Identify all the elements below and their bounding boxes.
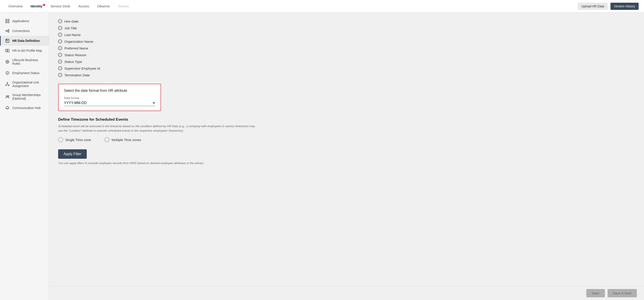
- nav-item-identity[interactable]: Identity: [28, 3, 46, 10]
- radio-multiple-timezones[interactable]: Multiple Time zones: [104, 137, 141, 142]
- svg-line-8: [7, 31, 8, 32]
- svg-point-16: [6, 60, 9, 63]
- sidebar-item-employment-status[interactable]: Employment Status: [0, 68, 49, 78]
- apply-filter-section: Apply Filter You can apply filters to ex…: [58, 149, 635, 165]
- sidebar-item-connections[interactable]: Connections: [0, 26, 49, 36]
- filter-note: You can apply filters to exclude employe…: [58, 161, 635, 165]
- notification-dot: [43, 4, 45, 6]
- svg-point-4: [6, 31, 7, 32]
- list-item: Status Type: [58, 58, 635, 65]
- list-item: Hire Date: [58, 18, 635, 25]
- version-history-button[interactable]: Version History: [610, 3, 639, 10]
- timezone-section: Define Timezone for Scheduled Events Sch…: [58, 117, 635, 142]
- svg-point-26: [8, 96, 9, 97]
- hr-data-icon: [5, 39, 10, 43]
- nav-item-observe[interactable]: Observe: [94, 3, 113, 10]
- nav-item-access[interactable]: Access: [75, 3, 92, 10]
- profile-map-icon: [5, 48, 10, 53]
- nav-actions: Upload HR Data Version History: [578, 3, 639, 10]
- sidebar-item-hr-to-ad-profile-map[interactable]: HR to AD Profile Map: [0, 46, 49, 56]
- nav-item-review: Review: [115, 3, 132, 10]
- date-format-dropdown[interactable]: YYYY-MM-DD: [64, 101, 155, 106]
- svg-line-23: [6, 84, 8, 85]
- list-item: Preferred Name: [58, 45, 635, 52]
- svg-rect-2: [6, 22, 7, 23]
- nav-item-overview[interactable]: Overview: [5, 3, 26, 10]
- sidebar-item-communication-hub[interactable]: Communication Hub: [0, 103, 49, 113]
- chevron-down-icon: [152, 102, 155, 104]
- minus-circle-icon[interactable]: [58, 73, 62, 77]
- sidebar-item-group-memberships[interactable]: Group Memberships [Optional]: [0, 90, 49, 103]
- svg-rect-3: [8, 22, 9, 23]
- svg-point-20: [6, 85, 6, 86]
- top-navigation: Overview Identity Service Desk Access Ob…: [0, 0, 644, 13]
- sidebar: Applications Connections: [0, 13, 49, 300]
- save-button[interactable]: Save: [586, 289, 605, 297]
- minus-circle-icon[interactable]: [58, 46, 62, 50]
- minus-circle-icon[interactable]: [58, 53, 62, 57]
- check-circle-icon: [5, 71, 10, 75]
- save-next-button[interactable]: Save & Next: [608, 289, 637, 297]
- minus-circle-icon[interactable]: [58, 26, 62, 30]
- connections-icon: [5, 29, 10, 33]
- timezone-title: Define Timezone for Scheduled Events: [58, 117, 635, 122]
- svg-point-19: [7, 82, 8, 83]
- org-tree-icon: [5, 82, 10, 86]
- radio-circle-multiple: [104, 137, 109, 142]
- svg-rect-0: [6, 19, 7, 21]
- svg-point-6: [8, 31, 9, 33]
- users-icon: [5, 95, 10, 99]
- svg-point-5: [8, 30, 9, 31]
- minus-circle-icon[interactable]: [58, 19, 62, 23]
- sidebar-item-lifecycle-business-rules[interactable]: Lifecycle Business Rules: [0, 56, 49, 68]
- sidebar-item-hr-data-definition[interactable]: HR Data Definition: [0, 36, 49, 46]
- main-layout: Applications Connections: [0, 13, 644, 300]
- list-item: Job Title: [58, 25, 635, 31]
- main-content: Hire Date Job Title Last Name Organizati…: [49, 13, 644, 300]
- list-item: Organization Name: [58, 38, 635, 45]
- bell-icon: [5, 106, 10, 110]
- svg-point-17: [7, 61, 8, 63]
- minus-circle-icon[interactable]: [58, 66, 62, 70]
- date-format-title: Select the date format from HR attribute: [64, 89, 155, 93]
- svg-line-7: [7, 30, 8, 31]
- sidebar-item-org-unit-assignment[interactable]: Organizational Unit Assignment: [0, 78, 49, 90]
- grid-icon: [5, 19, 10, 23]
- list-item: Supervisor Employee Id: [58, 65, 635, 72]
- date-format-value: YYYY-MM-DD: [64, 101, 152, 105]
- svg-rect-14: [8, 49, 9, 52]
- minus-circle-icon[interactable]: [58, 60, 62, 64]
- timezone-radio-group: Single Time zone Multiple Time zones: [58, 137, 635, 142]
- list-item: Status Reason: [58, 52, 635, 58]
- minus-circle-icon[interactable]: [58, 39, 62, 44]
- upload-hr-data-button[interactable]: Upload HR Data: [578, 3, 608, 10]
- radio-circle-single: [58, 137, 63, 142]
- timezone-description: Scheduled event will be executed in the …: [58, 124, 260, 133]
- bottom-action-bar: Save Save & Next: [49, 286, 644, 300]
- list-item: Last Name: [58, 31, 635, 38]
- radio-single-timezone[interactable]: Single Time zone: [58, 137, 91, 142]
- svg-point-21: [8, 85, 9, 86]
- attributes-list: Hire Date Job Title Last Name Organizati…: [58, 18, 635, 78]
- nav-item-service-desk[interactable]: Service Desk: [48, 3, 73, 10]
- sidebar-item-applications[interactable]: Applications: [0, 16, 49, 26]
- svg-rect-1: [8, 19, 9, 21]
- list-item: Termination Date: [58, 72, 635, 78]
- svg-rect-13: [6, 49, 7, 52]
- svg-point-12: [6, 40, 7, 40]
- lifecycle-icon: [5, 60, 10, 64]
- minus-circle-icon[interactable]: [58, 33, 62, 37]
- nav-items: Overview Identity Service Desk Access Ob…: [5, 3, 578, 10]
- svg-line-24: [8, 84, 9, 85]
- date-format-label: Date format: [64, 96, 155, 100]
- date-format-section: Select the date format from HR attribute…: [58, 84, 161, 111]
- apply-filter-button[interactable]: Apply Filter: [58, 149, 87, 159]
